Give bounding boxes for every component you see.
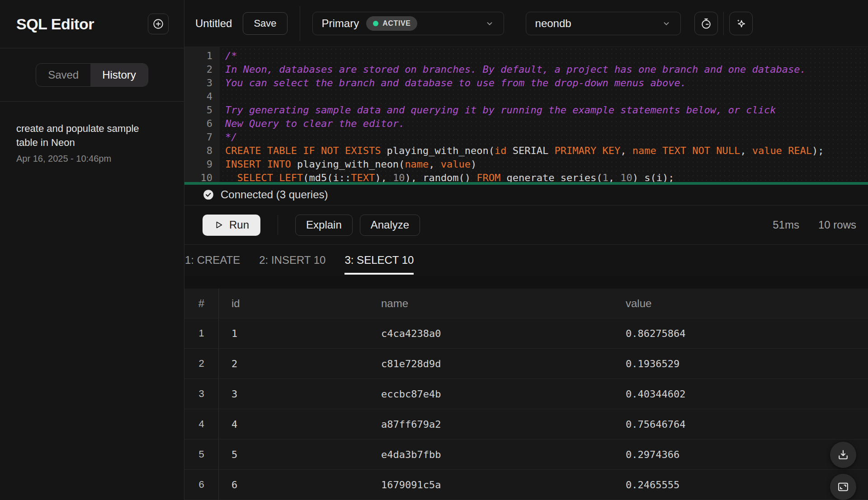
code-token: ); bbox=[812, 145, 824, 156]
code-token: ), random() bbox=[405, 172, 476, 182]
history-item-timestamp: Apr 16, 2025 - 10:46pm bbox=[16, 154, 168, 164]
saved-history-toggle: Saved History bbox=[0, 48, 184, 102]
code-token: REAL bbox=[788, 145, 812, 156]
result-tabs: 1: CREATE2: INSERT 103: SELECT 10 bbox=[184, 245, 868, 276]
code-line: 6New Query to clear the editor. bbox=[184, 117, 868, 131]
new-query-button[interactable] bbox=[148, 14, 169, 34]
query-timing-button[interactable] bbox=[694, 12, 718, 35]
line-number: 2 bbox=[184, 63, 220, 76]
column-header-num: # bbox=[184, 289, 219, 318]
code-token: value bbox=[441, 159, 471, 170]
editor-topbar: Untitled Save Primary ACTIVE neondb bbox=[184, 0, 868, 47]
line-number: 10 bbox=[184, 171, 220, 182]
save-button[interactable]: Save bbox=[243, 12, 287, 35]
code-token: , bbox=[429, 159, 441, 170]
cell-num: 4 bbox=[184, 409, 219, 439]
code-text: SELECT LEFT(md5(i::TEXT), 10), random() … bbox=[220, 171, 674, 182]
line-number: 6 bbox=[184, 117, 220, 131]
code-line: 9INSERT INTO playing_with_neon(name, val… bbox=[184, 158, 868, 171]
code-line: 1/* bbox=[184, 49, 868, 63]
cell-num: 3 bbox=[184, 379, 219, 409]
database-name: neondb bbox=[535, 17, 571, 30]
code-text: INSERT INTO playing_with_neon(name, valu… bbox=[220, 158, 476, 171]
code-token: SERIAL bbox=[507, 145, 555, 156]
cell-value: 0.75646764 bbox=[613, 409, 868, 439]
code-token: CREATE TABLE IF NOT EXISTS bbox=[225, 145, 381, 156]
code-text: You can select the branch and database t… bbox=[220, 76, 686, 90]
code-token: (md5(i:: bbox=[303, 172, 351, 182]
table-row[interactable]: 11c4ca4238a00.86275864 bbox=[184, 318, 868, 349]
download-results-button[interactable] bbox=[830, 442, 856, 468]
sql-code-editor[interactable]: 1/*2In Neon, databases are stored on bra… bbox=[184, 47, 868, 182]
sparkles-icon bbox=[735, 17, 747, 30]
line-number: 3 bbox=[184, 76, 220, 90]
status-dot bbox=[373, 21, 378, 26]
code-token: 1 bbox=[603, 172, 609, 182]
history-item-title: create and populate sample table in Neon bbox=[16, 121, 153, 150]
explain-button[interactable]: Explain bbox=[295, 215, 353, 236]
table-row[interactable]: 55e4da3b7fbb0.2974366 bbox=[184, 439, 868, 470]
table-row[interactable]: 44a87ff679a20.75646764 bbox=[184, 409, 868, 439]
result-tab-1-create[interactable]: 1: CREATE bbox=[185, 245, 240, 276]
code-token: generate_series( bbox=[500, 172, 602, 182]
chevron-down-icon bbox=[661, 19, 671, 28]
code-line: 4 bbox=[184, 90, 868, 103]
query-actions-bar: Run Explain Analyze 51ms 10 rows bbox=[184, 206, 868, 245]
history-item[interactable]: create and populate sample table in Neon… bbox=[16, 121, 168, 164]
history-list: create and populate sample table in Neon… bbox=[0, 102, 184, 500]
database-selector[interactable]: neondb bbox=[526, 12, 681, 35]
column-header-name: name bbox=[368, 289, 613, 318]
tab-history[interactable]: History bbox=[90, 64, 148, 86]
expand-results-button[interactable] bbox=[830, 474, 856, 500]
download-icon bbox=[837, 449, 849, 461]
run-button[interactable]: Run bbox=[203, 215, 260, 236]
code-line: 2In Neon, databases are stored on branch… bbox=[184, 63, 868, 76]
code-token: PRIMARY KEY bbox=[555, 145, 621, 156]
code-token bbox=[225, 172, 237, 182]
page-title: SQL Editor bbox=[16, 15, 94, 33]
query-title: Untitled bbox=[195, 17, 232, 30]
code-token: name bbox=[405, 159, 429, 170]
table-row[interactable]: 33eccbc87e4b0.40344602 bbox=[184, 379, 868, 409]
code-text: In Neon, databases are stored on branche… bbox=[220, 63, 806, 76]
ai-assist-button[interactable] bbox=[729, 12, 753, 35]
cell-name: eccbc87e4b bbox=[368, 379, 613, 409]
line-number: 5 bbox=[184, 103, 220, 117]
code-token: SELECT LEFT bbox=[237, 172, 303, 182]
code-text: CREATE TABLE IF NOT EXISTS playing_with_… bbox=[220, 144, 824, 158]
result-tab-2-insert-10[interactable]: 2: INSERT 10 bbox=[259, 245, 326, 276]
topbar-divider bbox=[300, 6, 300, 41]
table-row[interactable]: 661679091c5a0.2465555 bbox=[184, 470, 868, 500]
analyze-button[interactable]: Analyze bbox=[360, 215, 420, 236]
code-token: id bbox=[495, 145, 507, 156]
topbar-divider bbox=[723, 12, 724, 35]
cell-num: 1 bbox=[184, 318, 219, 348]
code-token: playing_with_neon( bbox=[291, 159, 405, 170]
code-line: 3You can select the branch and database … bbox=[184, 76, 868, 90]
code-text: Try generating sample data and querying … bbox=[220, 103, 776, 117]
line-number: 9 bbox=[184, 158, 220, 171]
result-tab-3-select-10[interactable]: 3: SELECT 10 bbox=[344, 245, 414, 276]
table-header-row: #idnamevalue bbox=[184, 289, 868, 318]
code-token: New Query to clear the editor. bbox=[225, 118, 405, 129]
results-table: #idnamevalue11c4ca4238a00.8627586422c81e… bbox=[184, 289, 868, 500]
code-token: , bbox=[740, 145, 752, 156]
line-number: 7 bbox=[184, 131, 220, 144]
cell-name: 1679091c5a bbox=[368, 470, 613, 500]
cell-name: c4ca4238a0 bbox=[368, 318, 613, 348]
cell-id: 6 bbox=[219, 470, 368, 500]
cell-num: 5 bbox=[184, 439, 219, 469]
branch-selector[interactable]: Primary ACTIVE bbox=[312, 12, 504, 35]
cell-num: 6 bbox=[184, 470, 219, 500]
code-line: 8CREATE TABLE IF NOT EXISTS playing_with… bbox=[184, 144, 868, 158]
connection-status-text: Connected (3 queries) bbox=[221, 188, 328, 201]
results-gap bbox=[184, 276, 868, 289]
code-token: TEXT NOT NULL bbox=[662, 145, 740, 156]
code-token bbox=[782, 145, 788, 156]
code-token: */ bbox=[225, 131, 237, 143]
code-token: name bbox=[632, 145, 656, 156]
table-row[interactable]: 22c81e728d9d0.1936529 bbox=[184, 349, 868, 379]
cell-id: 5 bbox=[219, 439, 368, 469]
code-token: /* bbox=[225, 50, 237, 61]
tab-saved[interactable]: Saved bbox=[36, 64, 90, 86]
